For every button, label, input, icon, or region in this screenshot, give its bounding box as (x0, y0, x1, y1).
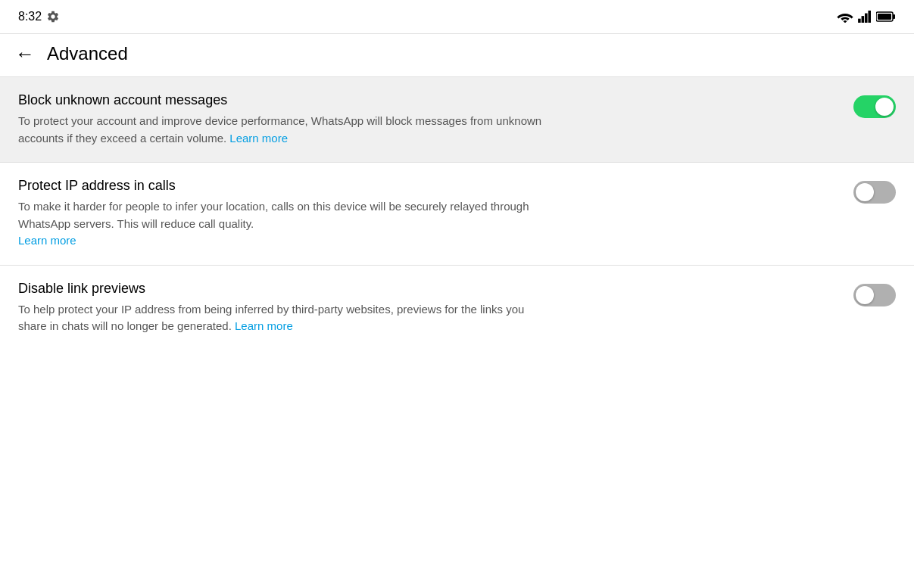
setting-title-block-unknown: Block unknown account messages (18, 92, 548, 108)
toggle-container-block-unknown (853, 92, 896, 118)
status-icons (837, 11, 896, 23)
setting-desc-disable-link-previews: To help protect your IP address from bei… (18, 301, 548, 335)
status-time-area: 8:32 (18, 10, 60, 23)
signal-icon (858, 11, 872, 23)
setting-item-disable-link-previews[interactable]: Disable link previews To help protect yo… (0, 266, 914, 350)
page-header: ← Advanced (0, 34, 914, 76)
learn-more-protect-ip[interactable]: Learn more (18, 234, 76, 247)
toggle-container-protect-ip (853, 178, 896, 204)
svg-rect-2 (865, 14, 868, 23)
battery-icon (876, 11, 896, 22)
settings-list: Block unknown account messages To protec… (0, 77, 914, 350)
svg-rect-6 (878, 14, 891, 20)
toggle-thumb-block-unknown (875, 98, 894, 116)
toggle-protect-ip[interactable] (853, 181, 896, 204)
status-bar: 8:32 (0, 0, 914, 33)
svg-rect-0 (858, 19, 861, 23)
setting-content-disable-link-previews: Disable link previews To help protect yo… (18, 281, 579, 335)
learn-more-block-unknown[interactable]: Learn more (229, 132, 288, 145)
svg-rect-5 (893, 14, 895, 19)
svg-rect-3 (868, 11, 871, 23)
gear-icon (46, 10, 60, 23)
learn-more-disable-link-previews[interactable]: Learn more (235, 319, 293, 332)
setting-title-disable-link-previews: Disable link previews (18, 281, 548, 297)
toggle-block-unknown[interactable] (853, 95, 896, 118)
setting-content-protect-ip: Protect IP address in calls To make it h… (18, 178, 579, 250)
setting-desc-protect-ip: To make it harder for people to infer yo… (18, 198, 548, 250)
wifi-icon (837, 11, 853, 23)
svg-rect-1 (862, 16, 865, 23)
setting-item-block-unknown[interactable]: Block unknown account messages To protec… (0, 77, 914, 162)
setting-content-block-unknown: Block unknown account messages To protec… (18, 92, 579, 147)
back-button[interactable]: ← (15, 44, 35, 64)
setting-desc-block-unknown: To protect your account and improve devi… (18, 113, 548, 147)
toggle-thumb-disable-link-previews (856, 286, 874, 304)
time-display: 8:32 (18, 10, 42, 23)
setting-item-protect-ip[interactable]: Protect IP address in calls To make it h… (0, 163, 914, 265)
toggle-disable-link-previews[interactable] (853, 284, 896, 306)
toggle-thumb-protect-ip (856, 183, 874, 201)
setting-title-protect-ip: Protect IP address in calls (18, 178, 548, 194)
toggle-container-disable-link-previews (853, 281, 896, 306)
page-title: Advanced (47, 43, 128, 64)
